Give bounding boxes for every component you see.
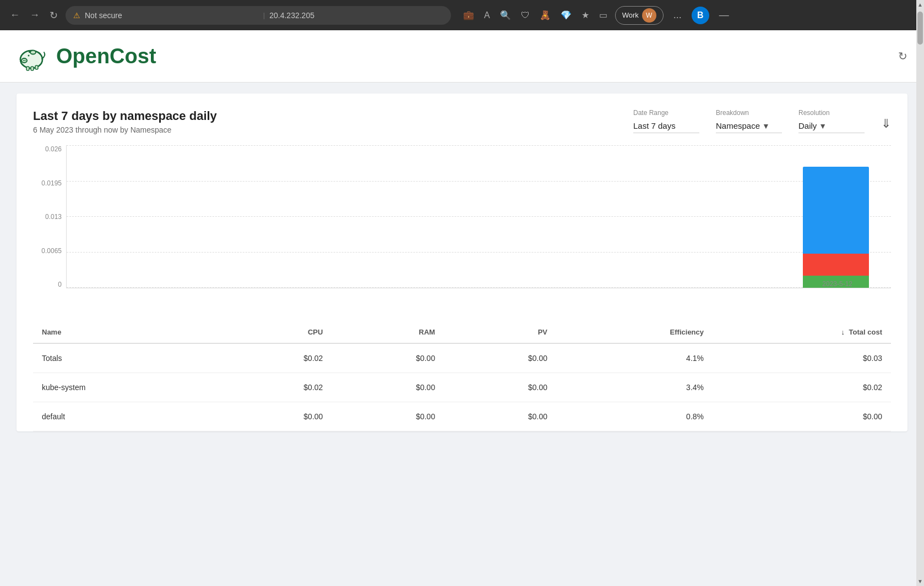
row-totals-efficiency: 4.1% bbox=[556, 343, 713, 373]
chart-plot: 2023-5-12 bbox=[66, 145, 891, 288]
scroll-thumb[interactable] bbox=[917, 12, 923, 45]
sidebar-icon[interactable]: ▭ bbox=[597, 8, 610, 23]
forward-button[interactable]: → bbox=[26, 7, 43, 23]
col-header-pv[interactable]: PV bbox=[444, 321, 556, 343]
x-labels: 2023-5-12 bbox=[67, 280, 891, 288]
y-label-1: 0.026 bbox=[45, 145, 62, 153]
minimize-button[interactable]: — bbox=[719, 9, 729, 21]
font-icon[interactable]: A bbox=[482, 8, 492, 23]
profile-button[interactable]: Work W bbox=[615, 6, 664, 25]
logo-area: OpenCost bbox=[17, 40, 156, 72]
main-content: Last 7 days by namespace daily 6 May 202… bbox=[0, 94, 924, 448]
chart-y-axis: 0.026 0.0195 0.013 0.0065 0 bbox=[33, 145, 66, 288]
card-title: Last 7 days by namespace daily bbox=[33, 109, 217, 123]
date-range-value: Last 7 days bbox=[633, 121, 676, 130]
page-content: OpenCost ↻ Last 7 days by namespace dail… bbox=[0, 30, 924, 586]
col-header-ram[interactable]: RAM bbox=[331, 321, 444, 343]
svg-point-4 bbox=[23, 60, 24, 61]
col-header-total-cost[interactable]: ↓ Total cost bbox=[713, 321, 891, 343]
resolution-control: Resolution Daily ▼ bbox=[798, 109, 865, 133]
x-label-1: 2023-5-12 bbox=[822, 280, 852, 288]
svg-rect-10 bbox=[31, 67, 34, 70]
card-controls: Date Range Last 7 days Breakdown Namespa… bbox=[633, 109, 891, 133]
refresh-button[interactable]: ↻ bbox=[46, 7, 61, 24]
date-range-select[interactable]: Last 7 days bbox=[633, 119, 699, 133]
row-kubesystem-efficiency: 3.4% bbox=[556, 373, 713, 402]
table-row: default $0.00 $0.00 $0.00 0.8% $0.00 bbox=[33, 402, 891, 431]
row-totals-pv: $0.00 bbox=[444, 343, 556, 373]
nav-buttons: ← → ↻ bbox=[7, 7, 61, 24]
bar-segment-red bbox=[803, 254, 869, 276]
bars-container bbox=[67, 145, 891, 288]
extension2-icon[interactable]: 💎 bbox=[558, 8, 574, 23]
svg-rect-9 bbox=[26, 67, 29, 70]
col-header-cpu[interactable]: CPU bbox=[220, 321, 332, 343]
date-range-label: Date Range bbox=[633, 109, 699, 117]
breakdown-control: Breakdown Namespace ▼ bbox=[716, 109, 782, 133]
bing-icon[interactable]: B bbox=[692, 7, 709, 24]
row-default-cpu: $0.00 bbox=[220, 402, 332, 431]
breakdown-chevron-icon: ▼ bbox=[762, 122, 770, 130]
shield-icon[interactable]: 🛡 bbox=[519, 8, 532, 23]
row-default-name: default bbox=[33, 402, 220, 431]
bar-stack bbox=[803, 167, 869, 288]
resolution-select[interactable]: Daily ▼ bbox=[798, 119, 865, 133]
breakdown-label: Breakdown bbox=[716, 109, 782, 117]
opencost-logo-icon bbox=[17, 40, 48, 72]
url-separator: | bbox=[263, 11, 265, 19]
security-label: Not secure bbox=[85, 11, 259, 20]
browser-chrome: ← → ↻ ⚠ Not secure | 20.4.232.205 💼 A 🔍 … bbox=[0, 0, 924, 30]
resolution-value: Daily bbox=[798, 121, 817, 130]
scroll-down-icon[interactable]: ▼ bbox=[916, 577, 924, 586]
table-header-row: Name CPU RAM PV Efficiency bbox=[33, 321, 891, 343]
card-subtitle: 6 May 2023 through now by Namespace bbox=[33, 125, 217, 134]
chart-area: 0.026 0.0195 0.013 0.0065 0 bbox=[33, 145, 891, 305]
data-table: Name CPU RAM PV Efficiency bbox=[33, 321, 891, 431]
y-label-3: 0.013 bbox=[45, 213, 62, 221]
breakdown-value: Namespace bbox=[716, 121, 760, 130]
bar-segment-blue bbox=[803, 167, 869, 254]
bar-group-1 bbox=[803, 167, 869, 288]
browser-tools: 💼 A 🔍 🛡 🧸 💎 ★ ▭ Work W ... B — bbox=[461, 6, 729, 25]
back-button[interactable]: ← bbox=[7, 7, 23, 23]
briefcase-icon[interactable]: 💼 bbox=[461, 8, 476, 23]
app-header: OpenCost ↻ bbox=[0, 30, 924, 83]
row-kubesystem-ram: $0.00 bbox=[331, 373, 444, 402]
row-totals-total-cost: $0.03 bbox=[713, 343, 891, 373]
sort-arrow-icon: ↓ bbox=[841, 328, 845, 336]
row-totals-name: Totals bbox=[33, 343, 220, 373]
row-kubesystem-total-cost: $0.02 bbox=[713, 373, 891, 402]
resolution-label: Resolution bbox=[798, 109, 865, 117]
svg-point-6 bbox=[28, 55, 30, 57]
breakdown-select[interactable]: Namespace ▼ bbox=[716, 119, 782, 133]
row-default-pv: $0.00 bbox=[444, 402, 556, 431]
scrollbar[interactable]: ▲ ▼ bbox=[916, 0, 924, 586]
table-row: kube-system $0.02 $0.00 $0.00 3.4% $0.02 bbox=[33, 373, 891, 402]
app-refresh-icon[interactable]: ↻ bbox=[898, 50, 907, 63]
row-totals-ram: $0.00 bbox=[331, 343, 444, 373]
url-text: 20.4.232.205 bbox=[269, 11, 443, 20]
y-label-2: 0.0195 bbox=[41, 179, 62, 187]
address-bar[interactable]: ⚠ Not secure | 20.4.232.205 bbox=[66, 6, 451, 25]
download-icon[interactable]: ⇓ bbox=[881, 117, 891, 133]
zoom-icon[interactable]: 🔍 bbox=[498, 8, 513, 23]
row-default-ram: $0.00 bbox=[331, 402, 444, 431]
row-kubesystem-pv: $0.00 bbox=[444, 373, 556, 402]
resolution-chevron-icon: ▼ bbox=[819, 122, 827, 130]
row-default-total-cost: $0.00 bbox=[713, 402, 891, 431]
star-icon[interactable]: ★ bbox=[579, 8, 591, 23]
date-range-control: Date Range Last 7 days bbox=[633, 109, 699, 133]
card-header: Last 7 days by namespace daily 6 May 202… bbox=[33, 109, 891, 134]
y-label-5: 0 bbox=[58, 281, 62, 288]
row-totals-cpu: $0.02 bbox=[220, 343, 332, 373]
profile-label: Work bbox=[622, 11, 639, 19]
col-header-efficiency[interactable]: Efficiency bbox=[556, 321, 713, 343]
table-row: Totals $0.02 $0.00 $0.00 4.1% $0.03 bbox=[33, 343, 891, 373]
scroll-up-icon[interactable]: ▲ bbox=[916, 0, 924, 9]
extension1-icon[interactable]: 🧸 bbox=[537, 8, 553, 23]
cost-card: Last 7 days by namespace daily 6 May 202… bbox=[17, 94, 907, 431]
row-kubesystem-cpu: $0.02 bbox=[220, 373, 332, 402]
more-button[interactable]: ... bbox=[669, 7, 686, 23]
card-title-area: Last 7 days by namespace daily 6 May 202… bbox=[33, 109, 217, 134]
svg-point-5 bbox=[25, 60, 26, 61]
